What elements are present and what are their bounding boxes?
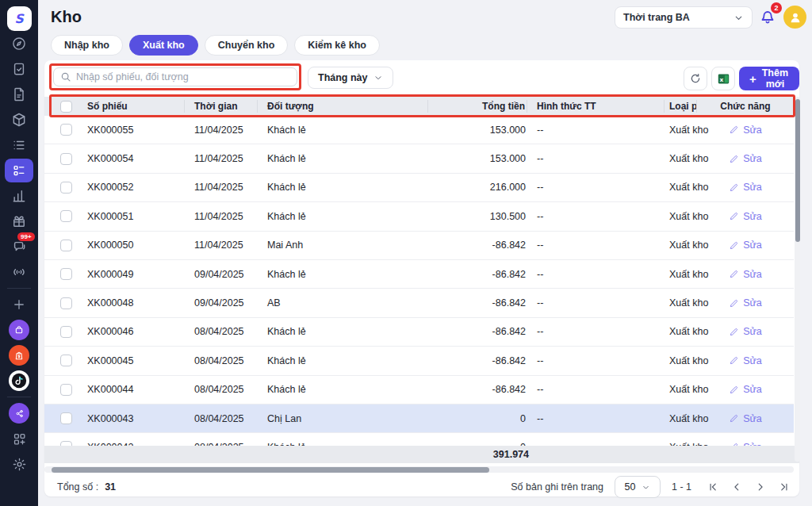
- add-new-button[interactable]: + Thêm mới: [739, 67, 799, 90]
- app-logo[interactable]: S: [7, 6, 32, 31]
- row-edit-link[interactable]: Sửa: [729, 240, 762, 251]
- sidebar-item-promotions[interactable]: [0, 209, 38, 234]
- row-code: XK000052: [77, 182, 185, 193]
- row-checkbox[interactable]: [44, 240, 77, 251]
- notifications-button[interactable]: 2: [758, 6, 779, 27]
- sidebar: S: [0, 0, 38, 506]
- table-row[interactable]: XK00004608/04/2025Khách lẻ-86.842--Xuất …: [44, 318, 794, 347]
- row-edit-link[interactable]: Sửa: [729, 384, 762, 395]
- tab-xuat-kho[interactable]: Xuất kho: [129, 35, 198, 56]
- per-page-select[interactable]: 50: [615, 476, 661, 498]
- row-edit-link[interactable]: Sửa: [729, 211, 762, 222]
- row-edit-link[interactable]: Sửa: [729, 182, 762, 193]
- refresh-button[interactable]: [684, 67, 707, 90]
- horizontal-scrollbar-thumb[interactable]: [52, 467, 489, 473]
- excel-icon: x: [717, 72, 730, 86]
- table-row[interactable]: XK00005011/04/2025Mai Anh-86.842--Xuất k…: [44, 232, 794, 260]
- search-input[interactable]: [76, 71, 290, 82]
- sidebar-item-add-channel[interactable]: [0, 292, 38, 317]
- row-checkbox[interactable]: [44, 355, 77, 366]
- grid-plus-icon: [12, 431, 27, 447]
- select-all-checkbox[interactable]: [44, 100, 77, 113]
- table-row[interactable]: XK00004408/04/2025Khách lẻ-86.842--Xuất …: [44, 376, 794, 404]
- compass-icon: [11, 36, 27, 52]
- notification-badge: 2: [771, 2, 782, 13]
- table-row[interactable]: XK00005411/04/2025Khách lẻ153.000--Xuất …: [44, 144, 794, 173]
- prev-page-icon[interactable]: [731, 481, 742, 493]
- row-total: -86.842: [428, 269, 527, 280]
- table-row[interactable]: XK00004208/04/2025Khách lẻ0--Xuất khoSửa: [44, 433, 794, 446]
- tab-kiem-ke-kho[interactable]: Kiểm kê kho: [294, 35, 380, 56]
- row-edit-link[interactable]: Sửa: [729, 269, 762, 280]
- tab-nhap-kho[interactable]: Nhập kho: [51, 35, 123, 56]
- row-edit-link[interactable]: Sửa: [729, 153, 762, 164]
- sidebar-item-warehouse-active[interactable]: [5, 159, 33, 182]
- row-edit-link[interactable]: Sửa: [729, 355, 762, 366]
- row-checkbox[interactable]: [44, 384, 77, 396]
- row-edit-link[interactable]: Sửa: [729, 125, 762, 136]
- row-date: 09/04/2025: [185, 269, 258, 280]
- sidebar-item-channel-shopee[interactable]: [0, 343, 38, 368]
- sidebar-item-dashboard[interactable]: [0, 31, 38, 56]
- row-type: Xuất kho: [665, 240, 697, 251]
- header-loai-phieu: Loại phiếu: [665, 100, 697, 113]
- sidebar-item-channel-lazada[interactable]: [0, 317, 38, 343]
- row-edit-link[interactable]: Sửa: [729, 413, 762, 424]
- pencil-icon: [729, 385, 739, 395]
- table-row[interactable]: XK00005511/04/2025Khách lẻ153.000--Xuất …: [44, 116, 794, 144]
- row-type: Xuất kho: [665, 355, 697, 366]
- search-field[interactable]: [53, 67, 297, 86]
- total-count-value: 31: [105, 481, 116, 493]
- row-payment: --: [527, 384, 665, 395]
- row-date: 11/04/2025: [185, 153, 258, 164]
- vertical-scrollbar[interactable]: [795, 97, 800, 462]
- table-row[interactable]: XK00004909/04/2025Khách lẻ-86.842--Xuất …: [44, 260, 794, 289]
- row-partner: Khách lẻ: [258, 384, 428, 395]
- avatar[interactable]: [783, 6, 806, 29]
- row-checkbox[interactable]: [44, 124, 77, 136]
- sidebar-item-reports[interactable]: [0, 183, 38, 209]
- row-checkbox[interactable]: [44, 182, 77, 194]
- row-checkbox[interactable]: [44, 297, 77, 309]
- sidebar-item-apps[interactable]: [0, 426, 38, 451]
- sidebar-item-documents[interactable]: [0, 82, 38, 107]
- row-checkbox[interactable]: [44, 326, 77, 338]
- row-edit-link[interactable]: Sửa: [729, 326, 762, 337]
- row-checkbox[interactable]: [44, 412, 77, 424]
- sidebar-item-channel-tiktok[interactable]: [0, 368, 38, 393]
- sidebar-item-settings[interactable]: [0, 451, 38, 477]
- table-row[interactable]: XK00004508/04/2025Khách lẻ-86.842--Xuất …: [44, 347, 794, 375]
- row-checkbox[interactable]: [44, 153, 77, 165]
- sidebar-item-orders[interactable]: [0, 56, 38, 82]
- row-checkbox[interactable]: [44, 268, 77, 280]
- sidebar-item-chat[interactable]: 99+: [0, 234, 38, 259]
- sidebar-item-list[interactable]: [0, 132, 38, 158]
- sidebar-item-broadcast[interactable]: [0, 259, 38, 285]
- export-excel-button[interactable]: x: [711, 67, 735, 90]
- date-filter-button[interactable]: Tháng này: [308, 67, 393, 89]
- sidebar-item-products[interactable]: [0, 107, 38, 132]
- header-thoi-gian: Thời gian: [185, 100, 258, 113]
- total-row: 391.974: [44, 446, 799, 463]
- chevron-down-icon: [733, 13, 744, 23]
- tab-chuyen-kho[interactable]: Chuyển kho: [205, 35, 289, 56]
- first-page-icon[interactable]: [707, 481, 718, 493]
- table-row[interactable]: XK00004308/04/2025Chị Lan0--Xuất khoSửa: [44, 404, 794, 433]
- sapo-logo-icon: S: [10, 10, 28, 28]
- vertical-scrollbar-thumb[interactable]: [795, 99, 800, 242]
- table-row[interactable]: XK00005211/04/2025Khách lẻ216.000--Xuất …: [44, 174, 794, 202]
- table-row[interactable]: XK00004809/04/2025AB-86.842--Xuất khoSửa: [44, 289, 794, 317]
- horizontal-scrollbar[interactable]: [44, 466, 794, 473]
- row-edit-link[interactable]: Sửa: [729, 297, 762, 309]
- table-row[interactable]: XK00005111/04/2025Khách lẻ130.500--Xuất …: [44, 202, 794, 231]
- row-total: 0: [428, 413, 527, 424]
- store-selector[interactable]: Thời trang BA: [615, 6, 753, 29]
- row-checkbox[interactable]: [44, 210, 77, 222]
- sidebar-item-social[interactable]: [0, 401, 38, 426]
- row-partner: Khách lẻ: [258, 211, 428, 222]
- last-page-icon[interactable]: [779, 481, 790, 493]
- row-total: -86.842: [428, 297, 527, 309]
- svg-text:x: x: [719, 75, 723, 82]
- next-page-icon[interactable]: [755, 481, 766, 493]
- row-payment: --: [527, 269, 665, 280]
